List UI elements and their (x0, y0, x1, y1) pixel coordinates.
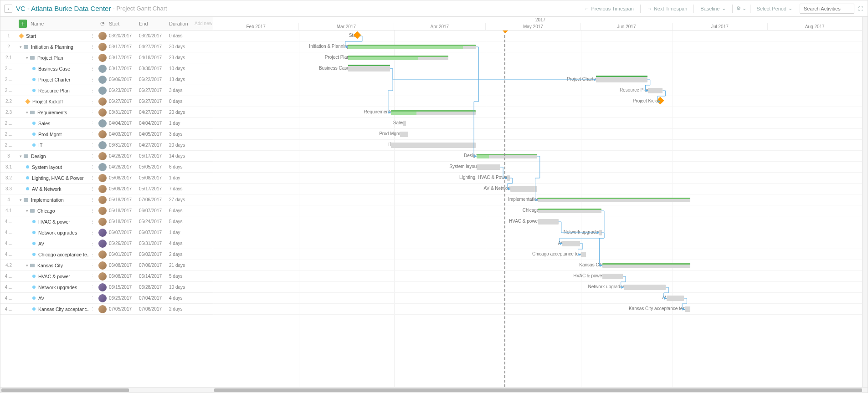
collapse-icon[interactable]: ▾ (26, 209, 28, 213)
gantt-bar[interactable] (599, 230, 602, 235)
row-menu-icon[interactable]: ⋮ (89, 175, 96, 181)
table-row[interactable]: 4....HVAC & power⋮06/08/201706/14/20175 … (0, 271, 213, 282)
task-name-cell[interactable]: HVAC & power (17, 219, 89, 225)
task-name-cell[interactable]: Network upgrades (17, 285, 89, 290)
task-name-cell[interactable]: AV (17, 241, 89, 246)
row-menu-icon[interactable]: ⋮ (89, 132, 96, 137)
avatar[interactable] (98, 218, 107, 226)
gear-icon[interactable]: ⚙ ⌄ (734, 5, 748, 12)
table-row[interactable]: 3.3AV & Network⋮05/09/201705/17/20177 da… (0, 184, 213, 194)
avatar[interactable] (98, 130, 107, 138)
table-row[interactable]: 2....Sales⋮04/04/201704/04/20171 day (0, 118, 213, 129)
row-menu-icon[interactable]: ⋮ (89, 88, 96, 93)
add-task-button[interactable]: + (19, 20, 27, 28)
gantt-vertical-scrollbar[interactable] (862, 17, 868, 387)
avatar[interactable] (98, 65, 107, 73)
table-row[interactable]: 4▾Implementation⋮05/18/201707/06/201727 … (0, 194, 213, 205)
select-period-dropdown[interactable]: Select Period ⌄ (752, 4, 797, 13)
row-menu-icon[interactable]: ⋮ (89, 208, 96, 214)
task-name-cell[interactable]: AV & Network (17, 186, 89, 192)
baseline-dropdown[interactable]: Baseline ⌄ (696, 4, 730, 13)
avatar[interactable] (98, 196, 107, 204)
row-menu-icon[interactable]: ⋮ (89, 66, 96, 71)
next-timespan-button[interactable]: → Next Timespan (642, 4, 692, 13)
row-menu-icon[interactable]: ⋮ (89, 186, 96, 192)
table-row[interactable]: 4....Network upgrades⋮06/15/201706/28/20… (0, 282, 213, 293)
gantt-body[interactable]: StartInitiation & PlanningProject PlanBu… (213, 31, 868, 393)
gantt-bar[interactable] (538, 219, 559, 225)
row-menu-icon[interactable]: ⋮ (89, 164, 96, 170)
table-row[interactable]: 4....AV⋮06/29/201707/04/20174 days (0, 293, 213, 304)
table-row[interactable]: 4....Chicago acceptance te..⋮06/01/20170… (0, 249, 213, 260)
gantt-bar[interactable] (507, 175, 510, 181)
table-row[interactable]: 4....AV⋮05/26/201705/31/20174 days (0, 238, 213, 249)
gantt-bar[interactable] (348, 56, 448, 60)
table-row[interactable]: 1Start⋮03/20/201703/20/20170 days (0, 31, 213, 41)
gantt-bar[interactable] (596, 77, 647, 82)
task-name-cell[interactable]: System layout (17, 164, 89, 170)
gantt-bar[interactable] (477, 164, 500, 170)
gantt-bar[interactable] (391, 110, 476, 115)
avatar[interactable] (98, 97, 107, 106)
task-name-cell[interactable]: Start (17, 33, 89, 39)
table-row[interactable]: 2....IT⋮03/31/201704/27/201720 days (0, 140, 213, 151)
table-row[interactable]: 4....Kansas City acceptanc...⋮07/05/2017… (0, 304, 213, 315)
row-menu-icon[interactable]: ⋮ (89, 143, 96, 148)
collapse-icon[interactable]: ▾ (26, 110, 28, 115)
task-name-cell[interactable]: Business Case (17, 66, 89, 71)
avatar[interactable] (98, 163, 107, 171)
table-row[interactable]: 2▾Initiation & Planning⋮03/17/201704/27/… (0, 41, 213, 52)
task-name-cell[interactable]: Prod Mgmt (17, 132, 89, 137)
row-menu-icon[interactable]: ⋮ (89, 197, 96, 203)
row-menu-icon[interactable]: ⋮ (89, 219, 96, 225)
fullscreen-icon[interactable]: ⛶ (857, 5, 864, 12)
avatar[interactable] (98, 108, 107, 117)
table-row[interactable]: 2.1▾Project Plan⋮03/17/201704/18/201723 … (0, 52, 213, 63)
task-name-cell[interactable]: ▾Project Plan (17, 55, 89, 61)
table-row[interactable]: 2....Resource Plan⋮06/23/201706/27/20173… (0, 85, 213, 96)
collapse-icon[interactable]: ▾ (26, 56, 28, 60)
task-name-cell[interactable]: ▾Initiation & Planning (17, 44, 89, 50)
add-column[interactable]: Add new (195, 21, 213, 26)
gantt-bar[interactable] (538, 198, 690, 202)
gantt-bar[interactable] (400, 132, 408, 137)
expand-panel-button[interactable]: › (4, 5, 12, 13)
table-row[interactable]: 4.1▾Chicago⋮05/18/201706/07/20176 days (0, 205, 213, 216)
collapse-icon[interactable]: ▾ (26, 263, 28, 268)
task-name-cell[interactable]: Lighting, HVAC & Power (17, 175, 89, 181)
table-row[interactable]: 3.1System layout⋮04/28/201705/05/20176 d… (0, 162, 213, 173)
gantt-bar[interactable] (624, 285, 666, 290)
gantt-bar[interactable] (348, 45, 476, 49)
collapse-icon[interactable]: ▾ (20, 154, 22, 158)
table-row[interactable]: 4....Network upgrades⋮06/07/201706/07/20… (0, 227, 213, 238)
row-menu-icon[interactable]: ⋮ (89, 263, 96, 268)
task-name-cell[interactable]: ▾Kansas City (17, 263, 89, 268)
avatar[interactable] (98, 87, 107, 95)
table-row[interactable]: 2.3▾Requirements⋮03/31/201704/27/201720 … (0, 107, 213, 118)
avatar[interactable] (98, 43, 107, 51)
avatar[interactable] (98, 240, 107, 248)
gantt-bar[interactable] (667, 296, 684, 301)
avatar[interactable] (98, 76, 107, 84)
task-name-cell[interactable]: Sales (17, 121, 89, 126)
task-name-cell[interactable]: ▾Implementation (17, 197, 89, 203)
table-row[interactable]: 2....Project Charter⋮06/06/201706/22/201… (0, 74, 213, 85)
gantt-bar[interactable] (602, 274, 623, 279)
row-menu-icon[interactable]: ⋮ (89, 77, 96, 82)
row-menu-icon[interactable]: ⋮ (89, 110, 96, 115)
row-menu-icon[interactable]: ⋮ (89, 296, 96, 301)
search-input[interactable] (800, 4, 854, 14)
task-name-cell[interactable]: ▾Requirements (17, 110, 89, 115)
row-menu-icon[interactable]: ⋮ (89, 230, 96, 235)
table-row[interactable]: 4....HVAC & power⋮05/18/201705/24/20175 … (0, 216, 213, 227)
row-menu-icon[interactable]: ⋮ (89, 306, 96, 312)
gantt-horizontal-scrollbar[interactable] (213, 387, 868, 393)
collapse-icon[interactable]: ▾ (20, 45, 22, 49)
row-menu-icon[interactable]: ⋮ (89, 99, 96, 104)
row-menu-icon[interactable]: ⋮ (89, 252, 96, 257)
task-name-cell[interactable]: HVAC & power (17, 274, 89, 279)
task-name-cell[interactable]: Chicago acceptance te.. (17, 252, 89, 257)
avatar[interactable] (98, 294, 107, 302)
gantt-bar[interactable] (391, 143, 476, 148)
task-name-cell[interactable]: Project Kickoff (17, 99, 89, 104)
